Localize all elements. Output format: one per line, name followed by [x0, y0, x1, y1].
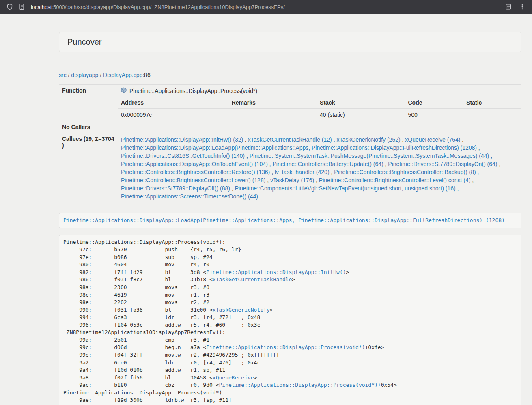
callee-separator: , — [476, 169, 479, 175]
callees-row: Callees (19, Σ=3704 ) Pinetime::Applicat… — [59, 133, 521, 203]
assembly-code: Pinetime::Applications::DisplayApp::Proc… — [59, 235, 521, 405]
symbol-link[interactable]: Pinetime::Applications::DisplayApp::Proc… — [219, 382, 378, 388]
symbol-link[interactable]: Pinetime::Applications::DisplayApp::Init… — [206, 269, 346, 275]
column-header-remarks: Remarks — [228, 97, 317, 109]
callee-link[interactable]: Pinetime::Applications::Screens::Timer::… — [121, 193, 258, 200]
callee-separator: , — [330, 169, 334, 175]
value-cell-remarks — [228, 109, 317, 121]
callee-link[interactable]: Pinetime::Controllers::Battery::Update()… — [273, 161, 383, 167]
callee-separator: , — [470, 177, 474, 183]
callee-separator: , — [460, 136, 463, 143]
value-cell-address: 0x0000097c — [118, 109, 228, 121]
callee-separator: , — [245, 153, 250, 159]
callee-separator: , — [477, 144, 480, 151]
callee-link[interactable]: vTaskDelay (176) — [270, 177, 314, 183]
chrome-actions — [504, 3, 526, 11]
divider — [59, 65, 521, 65]
callee-separator: , — [243, 136, 248, 143]
column-header-stack: Stack — [317, 97, 405, 109]
no-callers-label: No Callers — [59, 121, 118, 133]
function-row: Function Pinetime::Applications::Display… — [59, 85, 521, 121]
kebab-menu-icon[interactable] — [518, 3, 526, 11]
callee-separator: , — [456, 185, 459, 192]
column-header-address: Address — [118, 97, 228, 109]
breadcrumb-line-number: :86 — [142, 72, 150, 78]
page-info-icon[interactable] — [17, 3, 26, 11]
no-callers-value — [118, 121, 521, 133]
symbol-link[interactable]: xTaskGenericNotify — [213, 307, 270, 313]
url-domain: localhost — [31, 4, 52, 10]
shield-icon[interactable] — [6, 3, 14, 11]
function-table: Function Pinetime::Applications::Display… — [59, 84, 521, 203]
callee-separator: , — [265, 177, 270, 183]
callee-separator: , — [230, 185, 235, 192]
callee-separator: , — [332, 136, 337, 143]
callees-label: Callees (19, Σ=3704 ) — [59, 133, 118, 203]
callee-link[interactable]: xTaskGetCurrentTaskHandle (12) — [248, 136, 332, 143]
symbol-link[interactable]: xQueueReceive — [213, 375, 254, 381]
url-bar[interactable]: localhost:5000/path/src/displayapp/Displ… — [31, 4, 501, 10]
function-name: Pinetime::Applications::DisplayApp::Proc… — [118, 85, 521, 97]
reader-mode-icon[interactable] — [504, 3, 513, 11]
function-cell: Pinetime::Applications::DisplayApp::Proc… — [118, 85, 521, 121]
function-stats-table: AddressRemarksStackCodeStatic 0x0000097c… — [118, 97, 521, 121]
page-title: Puncover — [67, 37, 513, 47]
breadcrumb-separator: / — [98, 72, 103, 78]
no-callers-row: No Callers — [59, 121, 521, 133]
function-table-header-row: AddressRemarksStackCodeStatic — [118, 97, 521, 109]
column-header-code: Code — [405, 97, 463, 109]
url-path: :5000/path/src/displayapp/DisplayApp.cpp… — [52, 4, 285, 10]
callees-list: Pinetime::Applications::DisplayApp::Init… — [121, 136, 518, 200]
callee-separator: , — [489, 153, 492, 159]
callee-link[interactable]: Pinetime::Controllers::BrightnessControl… — [121, 169, 270, 175]
column-header-static: Static — [463, 97, 521, 109]
callee-link[interactable]: Pinetime::Controllers::BrightnessControl… — [319, 177, 470, 183]
callee-separator: , — [270, 169, 275, 175]
symbol-link[interactable]: xTaskGetCurrentTaskHandle — [213, 276, 292, 282]
highlight-symbol-link[interactable]: Pinetime::Applications::DisplayApp::Load… — [63, 217, 505, 223]
function-name-text: Pinetime::Applications::DisplayApp::Proc… — [129, 88, 257, 94]
breadcrumb-link-displayapp[interactable]: displayapp — [71, 72, 98, 78]
callee-link[interactable]: Pinetime::Controllers::BrightnessControl… — [121, 177, 265, 183]
callee-link[interactable]: Pinetime::Drivers::St7789::DisplayOff() … — [121, 185, 230, 192]
method-cube-icon — [121, 87, 127, 94]
callee-link[interactable]: Pinetime::Applications::DisplayApp::Init… — [121, 136, 243, 143]
callee-link[interactable]: Pinetime::Applications::DisplayApp::OnTo… — [121, 161, 268, 167]
callee-separator: , — [401, 136, 405, 143]
breadcrumb: src / displayapp / DisplayApp.cpp:86 — [59, 72, 521, 78]
function-row-label: Function — [59, 85, 118, 121]
callee-link[interactable]: Pinetime::System::SystemTask::PushMessag… — [250, 153, 489, 159]
value-cell-code: 500 — [405, 109, 463, 121]
breadcrumb-link-src[interactable]: src — [59, 72, 67, 78]
callee-link[interactable]: Pinetime::Drivers::Cst816S::GetTouchInfo… — [121, 153, 245, 159]
breadcrumb-link-displayapp-cpp[interactable]: DisplayApp.cpp — [103, 72, 142, 78]
function-table-value-row: 0x0000097c40 (static)500 — [118, 109, 521, 121]
symbol-link[interactable]: Pinetime::Applications::DisplayApp::Proc… — [206, 344, 365, 350]
value-cell-stack: 40 (static) — [317, 109, 405, 121]
callee-link[interactable]: Pinetime::Components::LittleVgl::SetNewT… — [235, 185, 456, 192]
callee-separator: , — [498, 161, 501, 167]
callee-link[interactable]: Pinetime::Controllers::BrightnessControl… — [334, 169, 476, 175]
callee-separator: , — [268, 161, 273, 167]
callee-link[interactable]: xQueueReceive (764) — [405, 136, 460, 143]
callee-separator: , — [314, 177, 319, 183]
callee-link[interactable]: Pinetime::Applications::DisplayApp::Load… — [121, 144, 477, 151]
value-cell-static — [463, 109, 521, 121]
callee-link[interactable]: lv_task_handler (420) — [275, 169, 330, 175]
app-header: Puncover — [59, 32, 521, 52]
callee-link[interactable]: xTaskGenericNotify (252) — [336, 136, 400, 143]
browser-chrome: localhost:5000/path/src/displayapp/Displ… — [0, 0, 532, 14]
highlight-panel: Pinetime::Applications::DisplayApp::Load… — [59, 213, 521, 228]
callee-link[interactable]: Pinetime::Drivers::St7789::DisplayOn() (… — [388, 161, 497, 167]
breadcrumb-separator: / — [67, 72, 71, 78]
page-container: Puncover src / displayapp / DisplayApp.c… — [59, 14, 521, 405]
callee-separator: , — [383, 161, 388, 167]
